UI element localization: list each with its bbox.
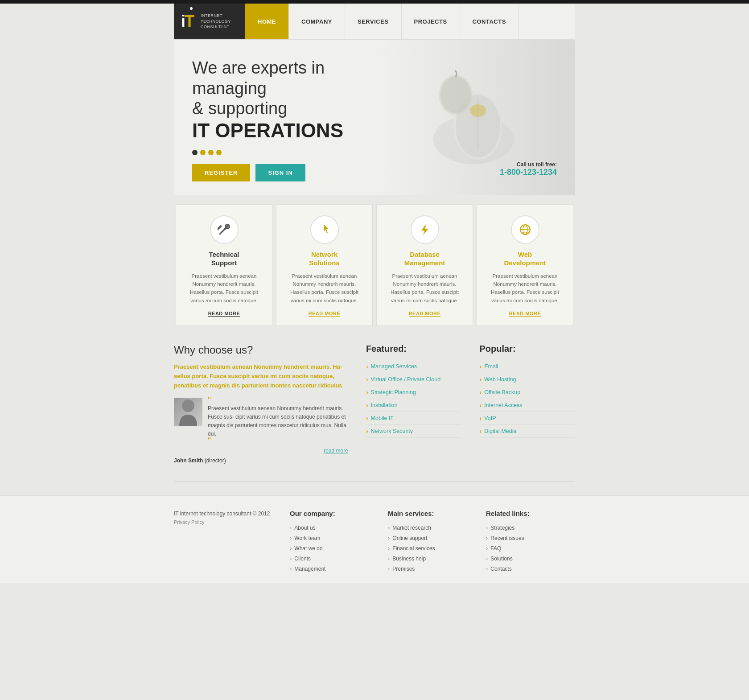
call-label: Call us toll free:: [500, 161, 557, 168]
footer-company-2[interactable]: What we do: [290, 543, 379, 553]
service-icon-1: [310, 215, 339, 244]
lightning-icon: [419, 223, 431, 236]
footer-services-list: Market research Online support Financial…: [388, 523, 477, 574]
hero-section: We are experts in managing & supporting …: [174, 40, 575, 195]
service-readmore-0[interactable]: READ MORE: [208, 311, 240, 317]
footer-services-col: Main services: Market research Online su…: [388, 510, 477, 574]
footer-services-1[interactable]: Online support: [388, 533, 477, 543]
popular-item-0[interactable]: Email: [479, 360, 575, 373]
top-bar: [0, 0, 749, 4]
svg-rect-9: [218, 225, 222, 231]
hero-title: We are experts in managing & supporting …: [192, 58, 374, 143]
testimonial-body: Praesent vestibulum aenean Nonummy hendr…: [208, 404, 348, 439]
services-section: TechnicalSupport Praesent vestibulum aen…: [174, 204, 575, 326]
footer-company-list: About us Work team What we do Clients Ma…: [290, 523, 379, 574]
footer-related-list: Strategies Recent issues FAQ Solutions C…: [486, 523, 575, 574]
footer-services-4[interactable]: Premises: [388, 564, 477, 574]
popular-item-5[interactable]: Digital Media: [479, 425, 575, 438]
service-card-0: TechnicalSupport Praesent vestibulum aen…: [176, 204, 272, 326]
service-icon-0: [210, 215, 239, 244]
footer-related-title: Related links:: [486, 510, 575, 517]
footer-company-title: Our company:: [290, 510, 379, 517]
service-readmore-3[interactable]: READ MORE: [509, 311, 541, 317]
hero-content: We are experts in managing & supporting …: [192, 58, 374, 181]
footer-related-2[interactable]: FAQ: [486, 543, 575, 553]
dot-2: [200, 150, 206, 155]
featured-item-4[interactable]: Mobile IT: [366, 412, 462, 425]
service-desc-1: Praesent vestibulum aenean Nonummy hendr…: [285, 272, 363, 305]
main-nav: HOME COMPANY SERVICES PROJECTS CONTACTS: [245, 4, 575, 39]
footer-company-1[interactable]: Work team: [290, 533, 379, 543]
footer-services-2[interactable]: Financial services: [388, 543, 477, 553]
nav-home[interactable]: HOME: [245, 4, 289, 39]
register-button[interactable]: REGISTER: [192, 164, 250, 181]
why-choose-section: Why choose us? Praesent vestibulum aenea…: [174, 344, 348, 464]
footer-brand: IT internet technology consultant © 2012…: [174, 510, 281, 574]
logo-block[interactable]: iT INTERNET TECHNOLOGY CONSULTANT: [174, 4, 245, 39]
popular-item-1[interactable]: Web Hosting: [479, 373, 575, 386]
featured-list: Managed Services Virtual Office / Privat…: [366, 360, 462, 438]
dot-3: [208, 150, 214, 155]
featured-item-3[interactable]: Installation: [366, 399, 462, 412]
header: iT INTERNET TECHNOLOGY CONSULTANT HOME C…: [174, 4, 575, 40]
dot-4: [216, 150, 222, 155]
footer-related-1[interactable]: Recent issues: [486, 533, 575, 543]
testimonial-readmore[interactable]: read more: [208, 448, 348, 454]
footer-services-title: Main services:: [388, 510, 477, 517]
footer-related-3[interactable]: Solutions: [486, 553, 575, 564]
globe-icon: [519, 223, 531, 236]
logo-tagline: INTERNET TECHNOLOGY CONSULTANT: [201, 13, 231, 30]
call-info: Call us toll free: 1-800-123-1234: [500, 161, 557, 177]
service-title-1: NetworkSolutions: [285, 250, 363, 268]
svg-point-18: [182, 399, 194, 412]
dot-1: [192, 150, 198, 155]
footer-brand-name: IT internet technology consultant © 2012: [174, 510, 281, 518]
service-desc-2: Praesent vestibulum aenean Nonummy hendr…: [386, 272, 464, 305]
service-icon-2: [411, 215, 439, 244]
pointer-icon: [318, 223, 331, 236]
testimonial-author: John Smith (director): [174, 457, 348, 464]
footer-related-col: Related links: Strategies Recent issues …: [486, 510, 575, 574]
avatar-image: [174, 398, 202, 426]
service-readmore-2[interactable]: READ MORE: [409, 311, 441, 317]
middle-section: Why choose us? Praesent vestibulum aenea…: [174, 335, 575, 477]
wrench-icon: [218, 223, 231, 236]
service-title-0: TechnicalSupport: [185, 250, 263, 268]
hero-dots: [192, 150, 374, 155]
nav-projects[interactable]: PROJECTS: [402, 4, 460, 39]
footer-privacy[interactable]: Privacy Policy: [174, 519, 281, 525]
signin-button[interactable]: SIGN IN: [255, 164, 305, 181]
service-card-3: WebDevelopment Praesent vestibulum aenea…: [477, 204, 573, 326]
footer-services-3[interactable]: Business help: [388, 553, 477, 564]
nav-contacts[interactable]: CONTACTS: [460, 4, 519, 39]
testimonial-text-block: " Praesent vestibulum aenean Nonummy hen…: [208, 398, 348, 454]
featured-item-0[interactable]: Managed Services: [366, 360, 462, 373]
popular-item-3[interactable]: Internet Access: [479, 399, 575, 412]
svg-point-7: [440, 77, 471, 113]
service-title-2: DatabaseManagement: [386, 250, 464, 268]
quote-close: ": [208, 436, 211, 445]
nav-services[interactable]: SERVICES: [345, 4, 402, 39]
quote-open: ": [208, 395, 211, 405]
svg-point-5: [470, 104, 486, 117]
footer-company-0[interactable]: About us: [290, 523, 379, 533]
footer-company-4[interactable]: Management: [290, 564, 379, 574]
featured-item-5[interactable]: Network Security: [366, 425, 462, 438]
popular-item-2[interactable]: Offsite Backup: [479, 386, 575, 399]
featured-item-1[interactable]: Virtual Office / Private Cloud: [366, 373, 462, 386]
hero-title-bold: IT OPERATIONS: [192, 119, 374, 143]
featured-item-2[interactable]: Strategic Planning: [366, 386, 462, 399]
footer-services-0[interactable]: Market research: [388, 523, 477, 533]
footer-related-0[interactable]: Strategies: [486, 523, 575, 533]
why-choose-title: Why choose us?: [174, 344, 348, 356]
featured-title: Featured:: [366, 344, 462, 354]
logo-letters: iT: [181, 13, 193, 29]
nav-company[interactable]: COMPANY: [289, 4, 345, 39]
section-divider: [174, 482, 575, 482]
testimonial-avatar: [174, 398, 202, 426]
footer-company-3[interactable]: Clients: [290, 553, 379, 564]
footer-related-4[interactable]: Contacts: [486, 564, 575, 574]
popular-item-4[interactable]: VoIP: [479, 412, 575, 425]
service-readmore-1[interactable]: READ MORE: [309, 311, 341, 317]
featured-popular-section: Featured: Managed Services Virtual Offic…: [366, 344, 575, 464]
